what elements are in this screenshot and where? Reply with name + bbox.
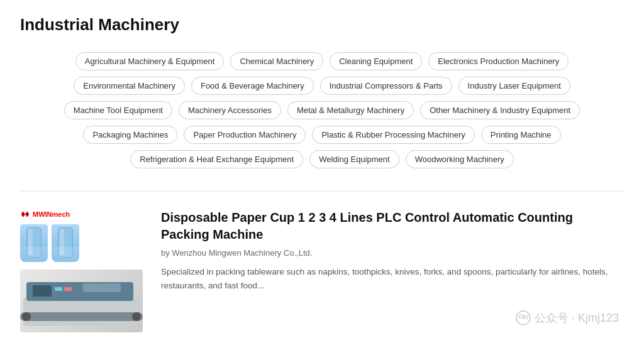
svg-rect-4 <box>60 229 65 255</box>
svg-point-9 <box>132 312 141 321</box>
brand-logo-icon <box>20 209 30 219</box>
svg-point-8 <box>22 312 31 321</box>
category-tag[interactable]: Chemical Machinery <box>230 52 323 70</box>
cup-icon-2 <box>52 224 79 262</box>
product-thumb-icons <box>20 224 79 262</box>
svg-rect-7 <box>20 312 143 321</box>
product-card: MWINmech <box>20 209 624 332</box>
section-divider <box>20 191 624 192</box>
svg-rect-5 <box>23 298 140 326</box>
category-tag[interactable]: Industry Laser Equipment <box>458 77 570 95</box>
cup-icon-1 <box>20 224 48 262</box>
svg-marker-0 <box>21 211 30 217</box>
tags-container: Agricultural Machinery & EquipmentChemic… <box>20 52 624 168</box>
category-tag[interactable]: Welding Equipment <box>309 150 399 168</box>
category-tag[interactable]: Plastic & Rubber Processing Machinery <box>312 126 474 144</box>
category-tag[interactable]: Cleaning Equipment <box>330 52 422 70</box>
category-tag[interactable]: Machinery Accessories <box>179 101 281 119</box>
category-tag[interactable]: Woodworking Machinery <box>406 150 514 168</box>
brand-logo: MWINmech <box>20 209 70 219</box>
cup-svg-1 <box>22 226 46 260</box>
cup-svg-2 <box>53 226 77 260</box>
category-tag[interactable]: Environmental Machinery <box>74 77 185 95</box>
machine-svg <box>20 270 143 332</box>
product-description: Specialized in packing tableware such as… <box>161 265 624 292</box>
category-tag[interactable]: Printing Machine <box>481 126 561 144</box>
svg-rect-2 <box>28 229 33 255</box>
category-tag[interactable]: Food & Beverage Machinery <box>191 77 314 95</box>
category-tag[interactable]: Metal & Metallurgy Machinery <box>287 101 414 119</box>
brand-name: MWINmech <box>33 210 70 218</box>
product-machine-image <box>20 270 143 332</box>
product-image-area: MWINmech <box>20 209 146 332</box>
category-tag[interactable]: Paper Production Machinery <box>184 126 306 144</box>
category-tag[interactable]: Refrigeration & Heat Exchange Equipment <box>130 150 303 168</box>
category-tag[interactable]: Industrial Compressors & Parts <box>320 77 452 95</box>
page-title: Industrial Machinery <box>20 15 624 35</box>
category-tag[interactable]: Agricultural Machinery & Equipment <box>75 52 225 70</box>
product-info: Disposable Paper Cup 1 2 3 4 Lines PLC C… <box>161 209 624 292</box>
category-tag[interactable]: Other Machinery & Industry Equipment <box>420 101 580 119</box>
category-tag[interactable]: Packaging Machines <box>83 126 177 144</box>
svg-rect-11 <box>55 287 62 291</box>
svg-rect-12 <box>64 287 72 291</box>
svg-rect-13 <box>83 283 121 292</box>
product-title[interactable]: Disposable Paper Cup 1 2 3 4 Lines PLC C… <box>161 209 624 243</box>
category-tag[interactable]: Electronics Production Machinery <box>428 52 569 70</box>
category-tag[interactable]: Machine Tool Equipment <box>64 101 172 119</box>
product-seller: by Wenzhou Mingwen Machinery Co.,Ltd. <box>161 248 624 258</box>
svg-rect-10 <box>33 285 52 297</box>
